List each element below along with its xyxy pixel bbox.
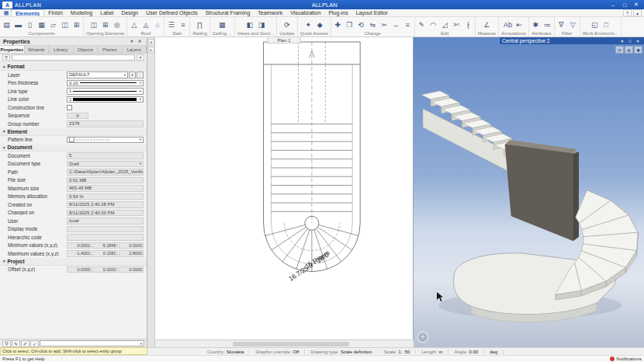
roof-plane-icon[interactable]: △ <box>128 19 140 30</box>
construction-line-value[interactable] <box>67 104 144 111</box>
construction-line-checkbox[interactable] <box>67 105 72 110</box>
plan-viewport[interactable]: Plan 1 15 Risers <box>155 37 414 339</box>
measure-icon[interactable]: ∠ <box>481 19 493 30</box>
3d-rendering[interactable] <box>414 37 644 347</box>
filter-properties-icon[interactable]: ∇ <box>2 340 11 347</box>
sequence-spinner[interactable]: 0 <box>67 113 88 120</box>
menu-label[interactable]: Label <box>96 9 117 16</box>
zoom-icon[interactable]: ⊕ <box>625 46 633 54</box>
menu-modeling[interactable]: Modeling <box>67 9 96 16</box>
split-icon[interactable]: ∤ <box>462 19 474 30</box>
navigation-disc-icon[interactable]: ✛ <box>417 332 428 343</box>
restore-view-icon[interactable]: □ <box>626 39 634 44</box>
chimney-icon[interactable]: ▦ <box>36 19 47 30</box>
section-document[interactable]: Document <box>0 144 147 151</box>
plan-drawing[interactable]: 15 Risers 16.7/25.9 - 28.0 <box>155 37 413 339</box>
stair-modeler-icon[interactable]: ≡ <box>177 19 189 30</box>
panel-splitter[interactable]: ◂▸ <box>147 37 155 347</box>
roof-covering-icon[interactable]: ◬ <box>140 19 151 30</box>
text-icon[interactable]: Ab <box>502 19 514 30</box>
dormer-icon[interactable]: ⌂ <box>151 19 163 30</box>
sequence-value[interactable]: 0 <box>67 113 144 120</box>
pattern-line-value[interactable]: ○○○○○○○○○○○○ <box>67 137 144 144</box>
copy-icon[interactable]: ❐ <box>344 19 355 30</box>
dimension-line-icon[interactable]: ⇤ <box>514 19 525 30</box>
tab-planes[interactable]: Planes <box>98 46 123 53</box>
minimize-button[interactable]: – <box>608 1 618 9</box>
menu-structural-framing[interactable]: Structural Framing <box>202 9 254 16</box>
door-opening-icon[interactable]: ◫ <box>88 19 99 30</box>
trim-icon[interactable]: ✄ <box>451 19 462 30</box>
layer-dropdown-button[interactable]: ▾ <box>129 71 136 78</box>
delete-icon[interactable]: ✂ <box>379 19 390 30</box>
orbit-icon[interactable]: ⟳ <box>615 46 624 54</box>
property-search-input[interactable] <box>12 54 135 61</box>
line-type-value[interactable]: 1 <box>67 88 144 95</box>
workspace-settings-icon[interactable]: □ <box>601 19 612 30</box>
element-snap-icon[interactable]: ◆ <box>314 19 326 30</box>
property-filter-icon[interactable]: ∇ <box>2 54 10 61</box>
edit-points-icon[interactable]: ✎ <box>416 19 428 30</box>
door-icon[interactable]: ◫ <box>59 19 71 30</box>
tab-layers[interactable]: Layers <box>123 46 147 53</box>
section-icon[interactable]: ◨ <box>256 19 268 30</box>
column-icon[interactable]: ▯ <box>24 19 36 30</box>
chamfer-icon[interactable]: ◿ <box>439 19 451 30</box>
ceiling-icon[interactable]: ▦ <box>216 19 228 30</box>
status-angle-unit[interactable]: deg <box>484 350 504 354</box>
help-icon[interactable]: ? <box>623 9 632 16</box>
window-layout-icon[interactable]: ◱ <box>589 19 601 30</box>
minimum-values-value[interactable]: -3.0001-5.28490.0000 <box>67 242 144 249</box>
tab-properties[interactable]: Properties <box>0 46 25 53</box>
pin-icon[interactable]: ▾ <box>128 38 136 45</box>
maximum-values-value[interactable]: -1.40010.10812.8000 <box>67 250 144 257</box>
status-length[interactable]: Length:m <box>416 350 448 354</box>
section-element[interactable]: Element <box>0 128 147 136</box>
fillet-icon[interactable]: ◠ <box>428 19 439 30</box>
menu-visualization[interactable]: Visualization <box>286 9 324 16</box>
notifications-button[interactable]: Notifications <box>610 357 642 361</box>
3d-view-titlebar[interactable]: Central perspective 2 ▾□✕ <box>500 37 644 44</box>
status-angle[interactable]: Angle:0.00 <box>448 350 484 354</box>
apply-properties-icon[interactable]: ✓ <box>30 340 39 347</box>
update-3d-icon[interactable]: ⟳ <box>282 19 293 30</box>
filter-dropdown-icon[interactable]: ▾ <box>137 54 144 61</box>
wall-icon[interactable]: ▤ <box>1 19 12 30</box>
window-opening-icon[interactable]: ⊞ <box>99 19 111 30</box>
move-icon[interactable]: ✚ <box>332 19 344 30</box>
rotate-icon[interactable]: ⟲ <box>355 19 367 30</box>
close-view-icon[interactable]: ✕ <box>634 39 642 44</box>
tab-objects[interactable]: Objects <box>74 46 99 53</box>
element-selector-combo[interactable] <box>40 340 144 347</box>
status-graphic-override[interactable]: Graphic override:Off <box>250 350 305 354</box>
upstand-beam-icon[interactable]: ▬ <box>12 19 24 30</box>
document-type-value[interactable]: Draft <box>67 161 144 168</box>
plan-tab[interactable]: Plan 1 <box>267 37 300 44</box>
view-menu-icon[interactable]: ▾ <box>618 39 626 44</box>
stretch-icon[interactable]: ↔ <box>390 19 402 30</box>
align-icon[interactable]: ≡ <box>402 19 414 30</box>
status-drawing-type[interactable]: Drawing type:Scale definition <box>305 350 378 354</box>
menu-design[interactable]: Design <box>117 9 142 16</box>
menu-finish[interactable]: Finish <box>44 9 67 16</box>
match-properties-icon[interactable]: ✎ <box>12 340 20 347</box>
offset-value[interactable]: 0.00000.00000.0000 <box>67 266 144 273</box>
layer-value[interactable]: DEFAULT <box>67 71 128 78</box>
filter-step-icon[interactable]: ▽ <box>567 19 579 30</box>
tab-wizards[interactable]: Wizards <box>25 46 50 53</box>
scrollbar-thumb[interactable] <box>233 342 349 346</box>
menu-layout-editor[interactable]: Layout Editor <box>352 9 392 16</box>
app-menu-icon[interactable]: ▦ <box>2 9 11 16</box>
stair-icon[interactable]: ☰ <box>165 19 177 30</box>
horizontal-scrollbar[interactable] <box>155 339 414 347</box>
section-project[interactable]: Project <box>0 258 147 266</box>
point-snap-icon[interactable]: ✦ <box>303 19 314 30</box>
mirror-icon[interactable]: ⇋ <box>367 19 379 30</box>
close-palette-icon[interactable]: ✕ <box>136 38 144 45</box>
window-icon[interactable]: ⊞ <box>71 19 82 30</box>
expand-panel-icon[interactable]: ▸ <box>148 47 154 53</box>
status-country[interactable]: Country:Slovakia <box>202 350 250 354</box>
assign-attributes-icon[interactable]: ✱ <box>530 19 542 30</box>
railing-icon[interactable]: ∏ <box>194 19 206 30</box>
maximize-button[interactable]: □ <box>619 1 630 9</box>
